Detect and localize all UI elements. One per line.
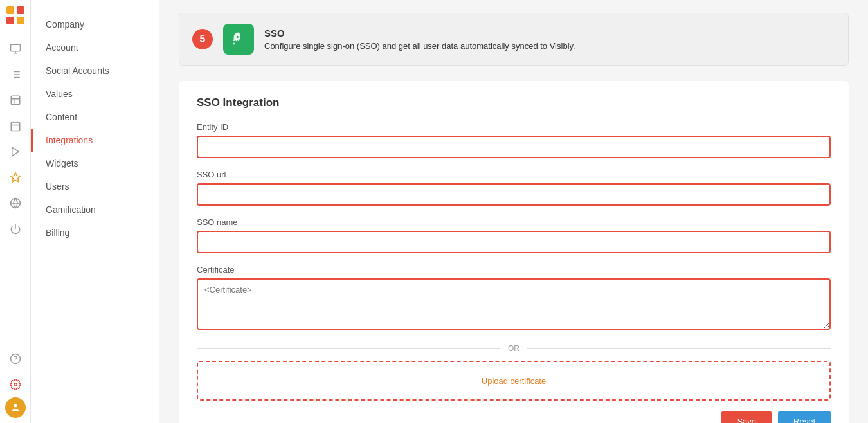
upload-certificate-area[interactable]: Upload certificate (197, 361, 831, 401)
svg-rect-1 (17, 6, 24, 14)
svg-rect-0 (6, 6, 14, 14)
sso-name-group: SSO name (197, 217, 831, 253)
entity-id-label: Entity ID (197, 122, 831, 132)
sidebar-item-content[interactable]: Content (31, 105, 159, 129)
list-nav-icon[interactable] (4, 63, 27, 86)
sidebar-item-social-accounts[interactable]: Social Accounts (31, 59, 159, 82)
form-title: SSO Integration (197, 96, 831, 109)
divider-line-right (527, 348, 831, 349)
settings-nav-icon[interactable] (4, 373, 27, 396)
entity-id-group: Entity ID (197, 122, 831, 158)
layout-nav-icon[interactable] (4, 89, 27, 112)
certificate-textarea[interactable] (197, 278, 831, 330)
reset-button[interactable]: Reset (778, 411, 831, 423)
svg-rect-4 (10, 44, 20, 51)
svg-point-24 (14, 404, 17, 407)
form-actions: Save Reset (197, 411, 831, 423)
save-button[interactable]: Save (721, 411, 772, 423)
sidebar-item-gamification[interactable]: Gamification (31, 198, 159, 221)
sso-icon-box (223, 24, 254, 55)
svg-marker-18 (10, 173, 20, 182)
svg-point-23 (14, 383, 17, 386)
svg-rect-11 (11, 96, 20, 105)
sidebar-item-integrations[interactable]: Integrations (31, 129, 159, 152)
icon-sidebar (0, 0, 31, 423)
user-avatar[interactable] (5, 397, 26, 418)
sso-title: SSO (264, 28, 575, 39)
sso-url-input[interactable] (197, 183, 831, 206)
entity-id-input[interactable] (197, 136, 831, 158)
sso-header-card: 5 SSO Configure single sign-on (SSO) and… (179, 13, 849, 66)
divider-line-left (197, 348, 500, 349)
svg-rect-14 (11, 122, 20, 131)
sso-url-group: SSO url (197, 170, 831, 206)
help-nav-icon[interactable] (4, 347, 27, 370)
or-divider: OR (197, 344, 831, 353)
step-badge: 5 (192, 29, 213, 50)
sidebar-item-values[interactable]: Values (31, 82, 159, 105)
sso-header-text: SSO Configure single sign-on (SSO) and g… (264, 28, 575, 51)
sso-description: Configure single sign-on (SSO) and get a… (264, 41, 575, 51)
main-content: 5 SSO Configure single sign-on (SSO) and… (159, 0, 868, 423)
star-nav-icon[interactable] (4, 166, 27, 189)
svg-rect-3 (17, 17, 24, 24)
sidebar-item-users[interactable]: Users (31, 175, 159, 198)
sidebar-item-company[interactable]: Company (31, 13, 159, 36)
calendar-nav-icon[interactable] (4, 114, 27, 138)
sso-form: SSO Integration Entity ID SSO url SSO na… (179, 81, 849, 423)
power-nav-icon[interactable] (4, 217, 27, 240)
monitor-nav-icon[interactable] (4, 37, 27, 60)
upload-certificate-label: Upload certificate (482, 376, 546, 386)
nav-sidebar: Company Account Social Accounts Values C… (31, 0, 159, 423)
globe-nav-icon[interactable] (4, 192, 27, 215)
svg-rect-2 (6, 17, 14, 24)
app-logo[interactable] (5, 5, 26, 26)
sso-name-input[interactable] (197, 231, 831, 253)
sso-name-label: SSO name (197, 217, 831, 227)
sidebar-item-billing[interactable]: Billing (31, 221, 159, 244)
certificate-group: Certificate (197, 265, 831, 332)
transform-nav-icon[interactable] (4, 140, 27, 163)
sidebar-item-account[interactable]: Account (31, 36, 159, 59)
or-text: OR (500, 344, 527, 353)
svg-point-25 (237, 36, 239, 39)
bottom-nav-icons (4, 346, 27, 423)
sso-url-label: SSO url (197, 170, 831, 179)
sidebar-item-widgets[interactable]: Widgets (31, 152, 159, 175)
certificate-label: Certificate (197, 265, 831, 274)
